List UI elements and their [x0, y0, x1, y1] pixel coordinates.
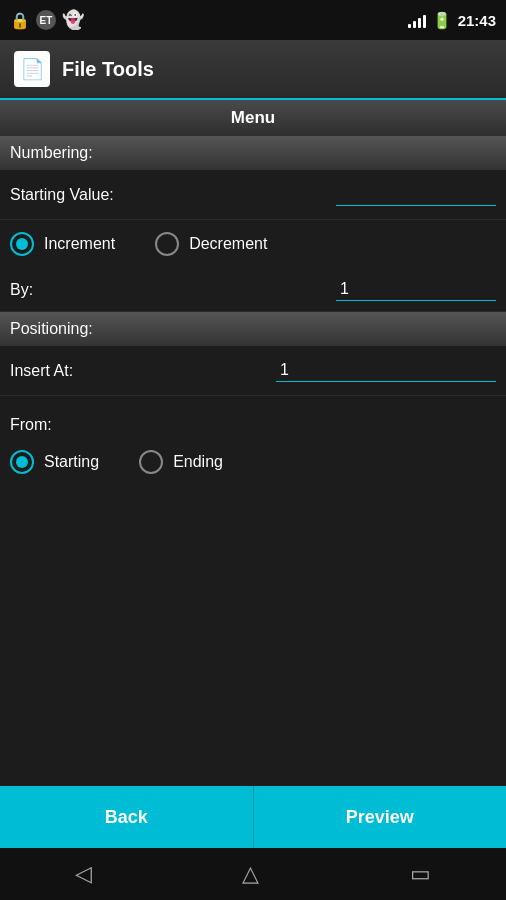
- from-label: From:: [10, 416, 52, 434]
- lock-icon: 🔒: [10, 11, 30, 30]
- starting-value-input[interactable]: [336, 183, 496, 206]
- by-label: By:: [10, 281, 33, 299]
- menu-title-bar: Menu: [0, 100, 506, 136]
- signal-bar-4: [423, 15, 426, 28]
- bottom-buttons: Back Preview: [0, 786, 506, 848]
- numbering-section-header: Numbering:: [0, 136, 506, 170]
- signal-bars: [408, 12, 426, 28]
- content-area: Numbering: Starting Value: Increment Dec…: [0, 136, 506, 786]
- from-label-row: From:: [0, 396, 506, 446]
- starting-value-row: Starting Value:: [0, 170, 506, 220]
- numbering-label: Numbering:: [10, 144, 93, 161]
- recent-nav-icon[interactable]: ▭: [410, 861, 431, 887]
- by-row: By:: [0, 268, 506, 312]
- app-header-icon: 📄: [14, 51, 50, 87]
- app-header: 📄 File Tools: [0, 40, 506, 100]
- starting-radio[interactable]: [10, 450, 34, 474]
- empty-space: [0, 486, 506, 786]
- et-icon: ET: [36, 10, 56, 30]
- signal-bar-3: [418, 18, 421, 28]
- preview-button[interactable]: Preview: [253, 786, 507, 848]
- increment-radio[interactable]: [10, 232, 34, 256]
- increment-option[interactable]: Increment: [10, 232, 115, 256]
- insert-at-input[interactable]: [276, 359, 496, 382]
- status-bar-right: 🔋 21:43: [408, 11, 496, 30]
- home-nav-icon[interactable]: △: [242, 861, 259, 887]
- ending-option[interactable]: Ending: [139, 450, 223, 474]
- nav-bar: ◁ △ ▭: [0, 848, 506, 900]
- starting-option[interactable]: Starting: [10, 450, 99, 474]
- insert-at-label: Insert At:: [10, 362, 73, 380]
- file-icon: 📄: [20, 57, 45, 81]
- increment-decrement-row: Increment Decrement: [0, 220, 506, 268]
- starting-ending-row: Starting Ending: [0, 446, 506, 486]
- status-bar: 🔒 ET 👻 🔋 21:43: [0, 0, 506, 40]
- status-time: 21:43: [458, 12, 496, 29]
- pac-icon: 👻: [62, 9, 84, 31]
- signal-bar-1: [408, 24, 411, 28]
- ending-radio[interactable]: [139, 450, 163, 474]
- status-bar-left-icons: 🔒 ET 👻: [10, 9, 84, 31]
- decrement-radio[interactable]: [155, 232, 179, 256]
- insert-at-row: Insert At:: [0, 346, 506, 396]
- by-input[interactable]: [336, 278, 496, 301]
- ending-label: Ending: [173, 453, 223, 471]
- signal-bar-2: [413, 21, 416, 28]
- starting-label: Starting: [44, 453, 99, 471]
- back-button[interactable]: Back: [0, 786, 253, 848]
- back-nav-icon[interactable]: ◁: [75, 861, 92, 887]
- battery-icon: 🔋: [432, 11, 452, 30]
- increment-label: Increment: [44, 235, 115, 253]
- app-header-title: File Tools: [62, 58, 154, 81]
- decrement-option[interactable]: Decrement: [155, 232, 267, 256]
- starting-value-label: Starting Value:: [10, 186, 114, 204]
- decrement-label: Decrement: [189, 235, 267, 253]
- positioning-section-header: Positioning:: [0, 312, 506, 346]
- menu-title: Menu: [231, 108, 275, 127]
- positioning-label: Positioning:: [10, 320, 93, 337]
